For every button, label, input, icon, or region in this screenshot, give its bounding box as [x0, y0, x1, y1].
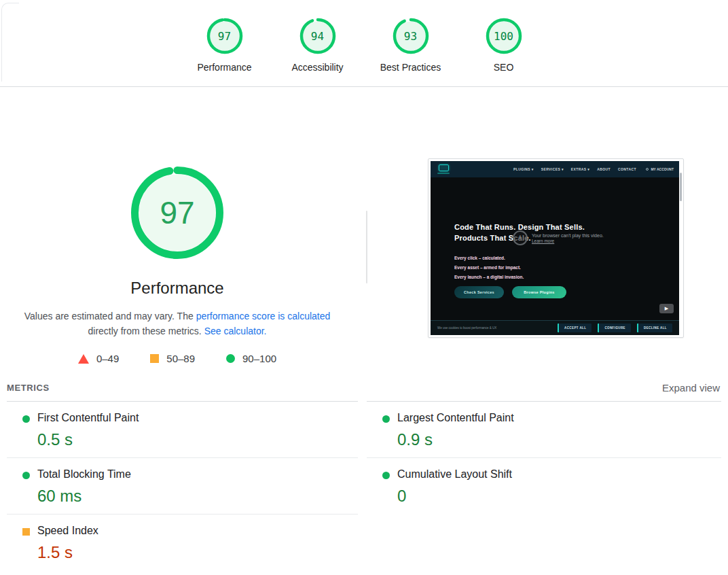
pass-circle-icon — [226, 354, 235, 363]
performance-score-value: 97 — [130, 165, 225, 260]
performance-score-gauge: 97 — [130, 165, 225, 260]
nav-item: EXTRAS ▾ — [571, 167, 589, 171]
expand-view-button[interactable]: Expand view — [662, 382, 720, 394]
legend-range: 50–89 — [166, 353, 195, 364]
accessibility-gauge-icon: 94 — [299, 18, 336, 54]
legend-item-pass: 90–100 — [226, 353, 276, 364]
metric-name: Speed Index — [37, 525, 98, 537]
metric-name: First Contentful Paint — [37, 412, 139, 424]
decline-all-button: DECLINE ALL — [637, 324, 672, 332]
score-calculation-link[interactable]: performance score is calculated — [196, 311, 331, 321]
metrics-heading: METRICS — [7, 383, 50, 393]
nav-item: CONTACT — [618, 167, 636, 171]
screenshot-navbar: PLUGINS ▾ SERVICES ▾ EXTRAS ▾ ABOUT CONT… — [431, 161, 679, 177]
site-logo-icon — [439, 164, 449, 171]
summary-note-text: Values are estimated and may vary. The — [24, 311, 196, 321]
metric-value: 0.5 s — [37, 430, 73, 449]
screenshot-hero-section: Code That Runs. Design That Sells. Produ… — [431, 177, 679, 320]
score-label: Accessibility — [291, 62, 343, 73]
site-logo — [436, 164, 451, 174]
category-score-best-practices[interactable]: 93 Best Practices — [373, 18, 449, 73]
category-scores-bar: 97 Performance 94 Accessibility 93 — [0, 0, 728, 87]
video-error-text: Your browser can't play this video. — [532, 230, 604, 239]
metrics-column-right: Largest Contentful Paint 0.9 s Cumulativ… — [367, 401, 721, 515]
video-error-overlay: ! Your browser can't play this video. Le… — [513, 230, 604, 245]
see-calculator-link[interactable]: See calculator. — [204, 326, 267, 336]
nav-item: SERVICES ▾ — [541, 167, 564, 171]
metric-row-speed-index: Speed Index 1.5 s — [7, 515, 358, 571]
my-account-link: MY ACCOUNT — [646, 167, 674, 171]
screenshot-nav-menu: PLUGINS ▾ SERVICES ▾ EXTRAS ▾ ABOUT CONT… — [513, 167, 636, 171]
screenshot-site-preview: PLUGINS ▾ SERVICES ▾ EXTRAS ▾ ABOUT CONT… — [431, 161, 679, 335]
metric-row-total-blocking-time: Total Blocking Time 60 ms — [7, 458, 358, 515]
metric-name: Total Blocking Time — [37, 468, 131, 481]
metric-value: 60 ms — [37, 487, 81, 506]
hero-taglines: Every click – calculated. Every asset – … — [454, 254, 524, 282]
summary-note: Values are estimated and may vary. The p… — [21, 309, 333, 338]
legend-item-average: 50–89 — [150, 353, 195, 364]
metric-row-first-contentful-paint: First Contentful Paint 0.5 s — [7, 402, 358, 458]
fail-triangle-icon — [78, 354, 89, 364]
score-value: 97 — [206, 18, 243, 54]
metric-status-icon — [382, 472, 390, 479]
thumbnail-scrollbar — [680, 173, 682, 201]
check-services-button: Check Services — [454, 286, 504, 298]
site-logo-text — [437, 173, 450, 174]
performance-gauge-icon: 97 — [206, 18, 243, 54]
tagline: Every click – calculated. — [454, 254, 524, 263]
score-value: 94 — [299, 18, 336, 54]
nav-item: PLUGINS ▾ — [513, 167, 534, 171]
pagespeed-report: 97 Performance 94 Accessibility 93 — [0, 0, 728, 575]
score-label: Best Practices — [380, 62, 441, 73]
score-legend: 0–49 50–89 90–100 — [7, 353, 347, 364]
metric-value: 0 — [397, 487, 406, 506]
metrics-column-left: First Contentful Paint 0.5 s Total Block… — [7, 401, 358, 571]
legend-range: 90–100 — [242, 353, 276, 364]
score-value: 93 — [393, 18, 429, 54]
summary-note-text: directly from these metrics. — [88, 326, 204, 336]
browse-plugins-button: Browse Plugins — [512, 286, 566, 298]
score-value: 100 — [486, 18, 522, 54]
metric-row-largest-contentful-paint: Largest Contentful Paint 0.9 s — [367, 402, 721, 458]
video-play-icon: ▶ — [659, 304, 674, 313]
metric-value: 1.5 s — [37, 543, 73, 562]
user-icon — [646, 168, 649, 171]
summary-divider — [366, 211, 367, 283]
score-label: SEO — [494, 62, 514, 73]
legend-range: 0–49 — [96, 353, 119, 364]
video-error-icon: ! — [513, 230, 528, 245]
category-score-seo[interactable]: 100 SEO — [466, 18, 542, 73]
seo-gauge-icon: 100 — [486, 18, 522, 54]
metric-value: 0.9 s — [397, 430, 433, 449]
score-label: Performance — [197, 62, 251, 73]
metric-status-icon — [22, 472, 30, 479]
metric-status-icon — [382, 415, 390, 423]
metric-row-cumulative-layout-shift: Cumulative Layout Shift 0 — [367, 458, 721, 515]
metric-status-icon — [22, 415, 30, 423]
cookie-banner: We use cookies to boost performance & UX… — [431, 320, 679, 335]
tagline: Every launch – a digital invasion. — [454, 273, 524, 282]
configure-button: CONFIGURE — [598, 324, 631, 332]
my-account-label: MY ACCOUNT — [651, 167, 674, 171]
metric-name: Largest Contentful Paint — [397, 412, 514, 424]
cookie-text: We use cookies to boost performance & UX — [437, 326, 496, 330]
metric-status-icon — [22, 528, 30, 536]
tagline: Every asset – armed for impact. — [454, 263, 524, 273]
legend-item-fail: 0–49 — [78, 353, 119, 364]
average-square-icon — [150, 354, 159, 363]
final-screenshot-thumbnail[interactable]: PLUGINS ▾ SERVICES ▾ EXTRAS ▾ ABOUT CONT… — [428, 158, 684, 338]
category-score-performance[interactable]: 97 Performance — [187, 18, 263, 73]
accept-all-button: ACCEPT ALL — [558, 324, 592, 332]
hero-buttons: Check Services Browse Plugins — [454, 286, 566, 298]
nav-item: ABOUT — [597, 167, 611, 171]
cookie-buttons: ACCEPT ALL CONFIGURE DECLINE ALL — [558, 324, 672, 332]
summary-title: Performance — [7, 279, 347, 298]
best-practices-gauge-icon: 93 — [393, 18, 429, 54]
metric-name: Cumulative Layout Shift — [397, 468, 512, 481]
category-score-accessibility[interactable]: 94 Accessibility — [280, 18, 356, 73]
learn-more-link: Learn more — [532, 239, 604, 243]
